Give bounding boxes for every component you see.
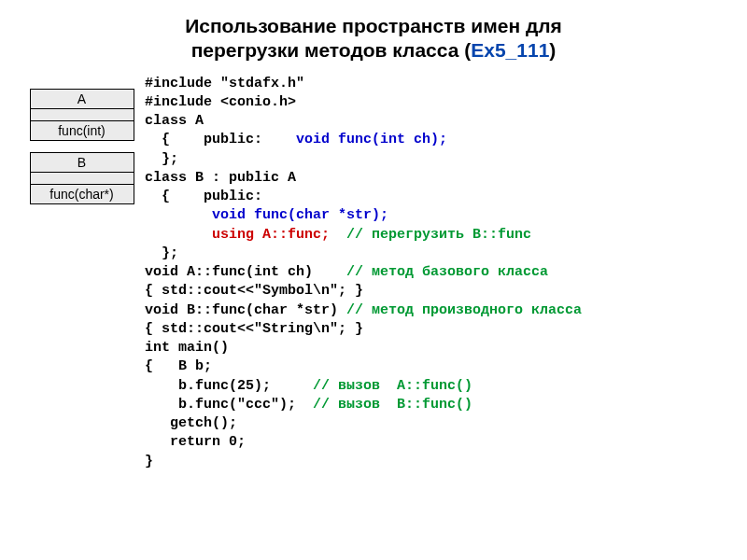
code-l17b: // вызов A::func() <box>313 378 472 394</box>
code-l18a: b.func("ccc"); <box>145 397 313 413</box>
code-l10: }; <box>145 245 178 261</box>
uml-b-name: B <box>31 153 134 173</box>
code-l4a: { public: <box>145 132 296 147</box>
code-l20: return 0; <box>145 434 246 450</box>
code-l14: { std::cout<<"String\n"; } <box>145 321 363 337</box>
code-l9a <box>145 227 212 243</box>
code-l13b: // метод производного класса <box>346 302 582 318</box>
code-block: #include "stdafx.h" #include <conio.h> c… <box>145 75 582 471</box>
code-l21: } <box>145 454 153 469</box>
code-l3: class A <box>145 113 204 129</box>
code-l17a: b.func(25); <box>145 378 313 394</box>
uml-a-method: func(int) <box>31 121 134 140</box>
code-l16: { B b; <box>145 358 212 374</box>
slide-title: Использование пространств имен для перег… <box>19 14 728 63</box>
title-line1: Использование пространств имен для <box>185 15 562 36</box>
code-l9b: using A::func; <box>212 227 330 243</box>
code-l5: }; <box>145 151 178 167</box>
title-line2-suffix: ) <box>549 39 556 61</box>
uml-column: A func(int) B func(char*) <box>19 75 145 216</box>
uml-class-b: B func(char*) <box>30 152 134 204</box>
content-row: A func(int) B func(char*) #include "stda… <box>19 75 728 471</box>
title-link: Ex5_111 <box>471 39 549 61</box>
code-l12: { std::cout<<"Symbol\n"; } <box>145 283 363 299</box>
code-l13a: void B::func(char *str) <box>145 302 346 318</box>
code-l19: getch(); <box>145 415 237 431</box>
uml-class-a: A func(int) <box>30 89 134 141</box>
code-l11b: // метод базового класса <box>346 264 548 280</box>
uml-b-method: func(char*) <box>31 185 134 203</box>
code-l15: int main() <box>145 340 229 356</box>
code-l1: #include "stdafx.h" <box>145 76 304 91</box>
uml-a-empty <box>31 109 134 121</box>
code-l2: #include <conio.h> <box>145 94 296 110</box>
code-l18b: // вызов B::func() <box>313 397 472 413</box>
code-l9c: // перегрузить B::func <box>330 227 531 243</box>
code-l4b: void func(int ch); <box>296 132 447 147</box>
title-line2-prefix: перегрузки методов класса ( <box>191 39 472 61</box>
code-l6: class B : public A <box>145 170 296 186</box>
uml-b-empty <box>31 173 134 185</box>
uml-a-name: A <box>31 90 134 109</box>
code-l8: void func(char *str); <box>145 207 388 223</box>
code-l7: { public: <box>145 189 262 204</box>
code-l11a: void A::func(int ch) <box>145 264 346 280</box>
